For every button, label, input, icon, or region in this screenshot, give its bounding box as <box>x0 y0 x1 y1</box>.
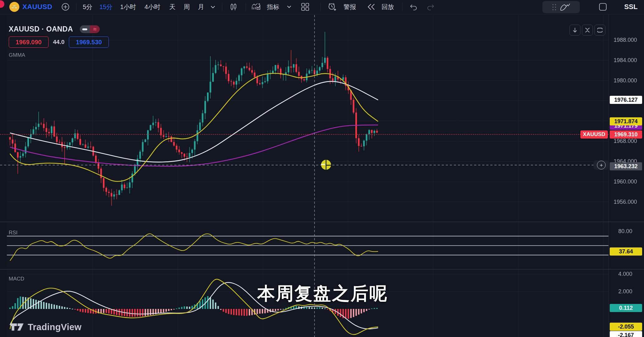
gold-bars-icon <box>9 2 19 12</box>
timeframe-1h[interactable]: 1小时 <box>118 0 138 14</box>
maximize-pane-button[interactable] <box>594 25 605 36</box>
spread-value: 44.0 <box>53 39 65 46</box>
axis-tick: 2.000 <box>608 288 642 295</box>
brush-draw-icon <box>560 3 570 12</box>
undo-icon[interactable] <box>407 0 420 14</box>
replay-rewind-icon[interactable] <box>365 0 377 14</box>
axis-tick: 80.00 <box>608 228 642 235</box>
sell-price-button[interactable]: 1969.090 <box>9 37 49 48</box>
axis-price-label: 1963.232 <box>610 162 642 170</box>
rsi-pane-label[interactable]: RSI <box>9 230 17 236</box>
add-order-plus-icon: + <box>597 161 606 169</box>
mouse-cursor-overlay <box>320 159 332 171</box>
crosshair-plus-pill[interactable]: + <box>594 160 609 170</box>
drawing-tool-group[interactable] <box>542 1 580 13</box>
fullscreen-square-icon[interactable] <box>596 0 610 14</box>
timeframe-4h[interactable]: 4小时 <box>142 0 163 14</box>
symbol-price-tag: XAUUSD <box>580 130 608 139</box>
buy-price-button[interactable]: 1969.530 <box>69 37 109 48</box>
axis-tick: 1956.000 <box>608 199 642 205</box>
arrow-down-icon <box>572 27 578 33</box>
timeframe-dropdown-chevron-icon[interactable] <box>208 0 218 14</box>
compare-add-symbol-button[interactable] <box>60 0 71 14</box>
toolbar-separator <box>320 3 321 11</box>
collapse-icon <box>585 27 590 33</box>
tradingview-app: XAUUSD 5分 15分 1小时 4小时 天 周 月 <box>0 0 644 337</box>
timeframe-1mo[interactable]: 月 <box>196 0 206 14</box>
toggle-approx-icon: ≈ <box>90 25 100 33</box>
axis-price-label: 1969.310 <box>610 130 642 139</box>
tradingview-logo-icon <box>10 322 24 332</box>
timeframe-1d[interactable]: 天 <box>167 0 178 14</box>
chart-type-candles-icon[interactable] <box>227 0 240 14</box>
indicators-icon[interactable] <box>250 0 262 14</box>
toolbar-separator <box>222 3 222 11</box>
axis-tick: 4.000 <box>608 271 642 277</box>
macd-pane-label[interactable]: MACD <box>9 276 24 282</box>
alert-button[interactable]: 警报 <box>340 0 360 14</box>
axis-price-label: 37.64 <box>610 247 642 256</box>
axis-tick: 1980.000 <box>608 77 642 84</box>
timeframe-15m[interactable]: 15分 <box>97 0 115 14</box>
axis-price-label: 1976.127 <box>610 96 642 104</box>
scroll-to-recent-button[interactable] <box>570 25 580 36</box>
maximize-icon <box>597 27 603 33</box>
symbol-logo-icon[interactable] <box>9 0 19 14</box>
indicators-button[interactable]: 指标 <box>263 0 283 14</box>
toolbar-separator <box>246 3 246 11</box>
toolbar-separator <box>76 3 76 11</box>
axis-tick: 1968.000 <box>608 138 642 144</box>
axis-tick: 1988.000 <box>608 37 642 43</box>
axis-tick: 1960.000 <box>608 178 642 185</box>
chart-legend: XAUUSD · OANDA ≈ 1969.090 44.0 1969.530 … <box>9 25 109 58</box>
toggle-dash-icon <box>80 25 90 33</box>
collapse-pane-button[interactable] <box>582 25 593 36</box>
axis-price-label: -2.055 <box>610 323 642 331</box>
axis-price-label: 1971.874 <box>610 117 642 125</box>
alert-clock-icon[interactable] <box>325 0 339 14</box>
layout-grid-icon[interactable] <box>299 0 312 14</box>
account-label: SSL <box>622 0 640 14</box>
timeframe-5m[interactable]: 5分 <box>80 0 95 14</box>
axis-tick: 1984.000 <box>608 57 642 64</box>
top-toolbar: XAUUSD 5分 15分 1小时 4小时 天 周 月 <box>0 0 644 14</box>
toolbar-separator <box>402 3 402 11</box>
timeframe-1w[interactable]: 周 <box>181 0 192 14</box>
tradingview-watermark[interactable]: TradingView <box>10 322 82 332</box>
tradingview-logo-text: TradingView <box>28 322 82 332</box>
symbol-name[interactable]: XAUUSD <box>22 0 52 14</box>
axis-price-label: 0.112 <box>610 304 642 312</box>
indicators-dropdown-chevron-icon[interactable] <box>284 0 294 14</box>
redo-icon[interactable] <box>425 0 437 14</box>
ohlc-visibility-toggle[interactable]: ≈ <box>80 25 100 33</box>
price-axis[interactable]: 1988.0001984.0001980.0001976.0001972.000… <box>608 14 644 337</box>
gmma-indicator-label[interactable]: GMMA <box>9 52 109 58</box>
video-subtitle: 本周复盘之后呢 <box>257 282 388 306</box>
symbol-title[interactable]: XAUUSD · OANDA <box>9 25 73 33</box>
recording-indicator-icon <box>0 0 4 8</box>
drag-handle-icon <box>552 4 556 11</box>
replay-button[interactable]: 回放 <box>378 0 398 14</box>
axis-price-label: -2.167 <box>610 331 642 337</box>
